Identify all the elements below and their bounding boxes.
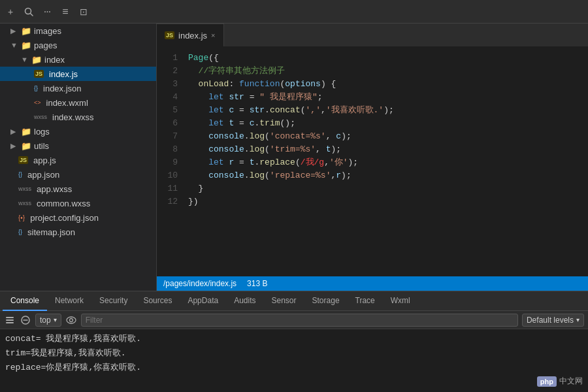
tab-js-icon: JS <box>165 31 174 39</box>
devtools-toolbar: top ▾ Default levels ▾ <box>0 311 588 329</box>
wxss-file-icon: wxss <box>34 114 47 120</box>
chevron-right-icon: ▶ <box>10 127 18 136</box>
console-line: concat= 我是程序猿,我喜欢听歌. <box>5 332 583 346</box>
sidebar-item-index-json[interactable]: {} index.json <box>0 81 156 95</box>
sidebar-item-index-folder[interactable]: ▼ 📁 index <box>0 52 156 67</box>
svg-rect-2 <box>6 317 14 318</box>
editor-tabs: JS index.js × <box>157 24 588 46</box>
sidebar-item-label: app.js <box>33 155 56 165</box>
sidebar-item-app-js[interactable]: JS app.js <box>0 153 156 167</box>
sidebar-item-project-config[interactable]: {•} project.config.json <box>0 210 156 225</box>
folder-icon: 📁 <box>21 41 31 50</box>
editor-tab-index-js[interactable]: JS index.js × <box>157 24 224 46</box>
devtab-appdata[interactable]: AppData <box>180 291 226 311</box>
sidebar-item-label: pages <box>34 41 57 50</box>
devtools-tabs: Console Network Security Sources AppData… <box>0 291 588 311</box>
filter-input[interactable] <box>81 314 518 327</box>
svg-point-8 <box>69 318 73 321</box>
chevron-down-icon: ▼ <box>21 56 29 63</box>
json-file-icon: {} <box>18 229 22 235</box>
sidebar-item-label: images <box>34 26 61 36</box>
folder-icon: 📁 <box>21 26 31 36</box>
php-badge: php <box>537 376 557 387</box>
chevron-right-icon: ▶ <box>10 142 18 150</box>
editor-area: JS index.js × 12345 678910 1112 Page({ /… <box>157 24 588 291</box>
console-line: trim=我是程序猿,我喜欢听歌. <box>5 346 583 361</box>
sidebar-item-label: logs <box>34 127 50 137</box>
console-settings-icon[interactable] <box>4 314 16 326</box>
panel-icon[interactable]: ⊡ <box>78 7 89 17</box>
json-file-icon: {} <box>18 171 22 178</box>
sidebar-item-label: utils <box>34 141 49 151</box>
folder-icon: 📁 <box>21 127 31 137</box>
sidebar-item-app-json[interactable]: {} app.json <box>0 167 156 182</box>
file-tree: ▶ 📁 images ▼ 📁 pages ▼ 📁 index J <box>0 24 157 291</box>
log-levels-label: Default levels <box>527 316 574 325</box>
sidebar-item-label: sitemap.json <box>27 227 75 237</box>
context-dropdown-icon: ▾ <box>54 316 57 323</box>
sidebar-item-common-wxss[interactable]: wxss common.wxss <box>0 196 156 210</box>
config-file-icon: {•} <box>18 214 25 221</box>
devtab-sensor[interactable]: Sensor <box>264 291 304 311</box>
list-icon[interactable]: ≡ <box>60 7 71 17</box>
svg-rect-3 <box>6 319 14 321</box>
sidebar-item-label: index.wxml <box>46 98 88 108</box>
sidebar-item-utils[interactable]: ▶ 📁 utils <box>0 139 156 153</box>
devtools-panel: Console Network Security Sources AppData… <box>0 291 588 392</box>
devtab-audits[interactable]: Audits <box>226 291 263 311</box>
chevron-right-icon: ▶ <box>10 27 18 35</box>
php-logo: php 中文网 <box>537 376 583 387</box>
code-content[interactable]: Page({ //字符串其他方法例子 onLoad: function(opti… <box>183 46 588 276</box>
js-file-icon: JS <box>34 70 44 78</box>
sidebar-item-app-wxss[interactable]: wxss app.wxss <box>0 182 156 196</box>
php-site-label: 中文网 <box>559 376 583 387</box>
sidebar-item-label: index.json <box>43 84 82 93</box>
log-levels-selector[interactable]: Default levels ▾ <box>522 314 584 327</box>
devtab-trace[interactable]: Trace <box>348 291 383 311</box>
context-selector[interactable]: top ▾ <box>35 314 61 327</box>
devtab-console[interactable]: Console <box>3 291 47 311</box>
folder-icon: 📁 <box>21 141 31 151</box>
sidebar-item-index-wxss[interactable]: wxss index.wxss <box>0 110 156 124</box>
devtab-security[interactable]: Security <box>91 291 135 311</box>
context-label: top <box>40 316 51 325</box>
eye-icon[interactable] <box>65 314 77 326</box>
more-icon[interactable]: ··· <box>42 7 52 17</box>
line-numbers: 12345 678910 1112 <box>157 46 183 276</box>
devtab-sources[interactable]: Sources <box>135 291 180 311</box>
editor-status-size: 313 B <box>247 279 267 288</box>
sidebar-item-index-js[interactable]: JS index.js <box>0 67 156 81</box>
console-output: concat= 我是程序猿,我喜欢听歌. trim=我是程序猿,我喜欢听歌. r… <box>0 329 588 392</box>
sidebar-item-label: index.js <box>49 69 78 79</box>
devtab-storage[interactable]: Storage <box>304 291 348 311</box>
sidebar-item-label: app.json <box>27 170 59 180</box>
folder-icon: 📁 <box>31 55 42 65</box>
js-file-icon: JS <box>18 156 28 164</box>
clear-console-icon[interactable] <box>20 314 31 326</box>
devtab-wxml[interactable]: Wxml <box>383 291 418 311</box>
editor-status-bar: /pages/index/index.js 313 B <box>157 276 588 291</box>
wxss-file-icon: wxss <box>18 186 31 192</box>
editor-tab-close[interactable]: × <box>211 31 215 39</box>
json-file-icon: {} <box>34 85 38 91</box>
devtab-network[interactable]: Network <box>47 291 91 311</box>
sidebar-item-label: project.config.json <box>30 213 99 223</box>
sidebar-item-sitemap-json[interactable]: {} sitemap.json <box>0 225 156 239</box>
sidebar-item-label: index <box>44 55 65 65</box>
sidebar-item-logs[interactable]: ▶ 📁 logs <box>0 124 156 139</box>
svg-point-7 <box>67 317 76 323</box>
sidebar-item-label: index.wxss <box>52 112 94 122</box>
svg-rect-4 <box>6 322 14 323</box>
sidebar-item-index-wxml[interactable]: <> index.wxml <box>0 95 156 110</box>
code-view[interactable]: 12345 678910 1112 Page({ //字符串其他方法例子 onL… <box>157 46 588 276</box>
editor-status-path: /pages/index/index.js <box>163 279 237 288</box>
add-icon[interactable]: + <box>5 7 16 17</box>
wxml-file-icon: <> <box>34 99 41 106</box>
sidebar-item-label: common.wxss <box>37 199 90 208</box>
top-toolbar: + ··· ≡ ⊡ <box>0 0 588 24</box>
sidebar-item-images[interactable]: ▶ 📁 images <box>0 24 156 38</box>
search-icon[interactable] <box>24 7 34 17</box>
sidebar-item-pages[interactable]: ▼ 📁 pages <box>0 38 156 52</box>
log-levels-dropdown-icon: ▾ <box>576 316 580 323</box>
wxss-file-icon: wxss <box>18 200 31 206</box>
